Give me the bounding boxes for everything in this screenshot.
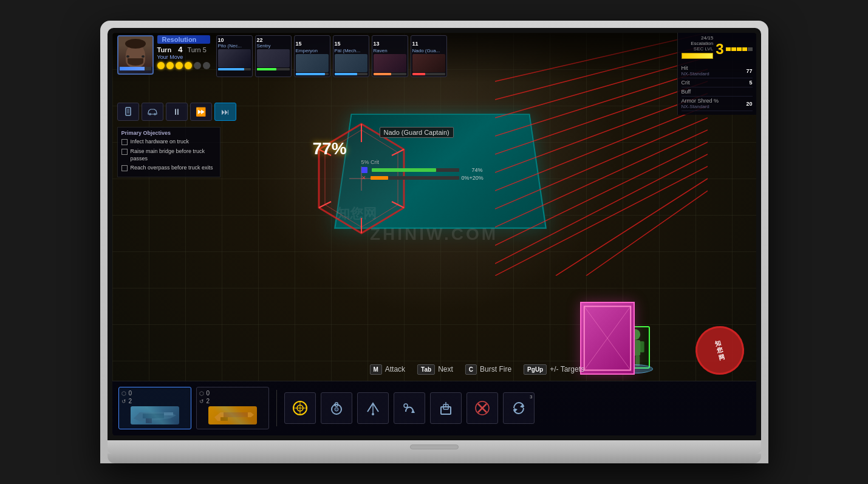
action-target[interactable] — [284, 392, 316, 424]
targets-label: +/- Targets — [550, 365, 584, 373]
ap-dot-6 — [203, 62, 210, 69]
action-aim[interactable] — [357, 392, 389, 424]
squad-portrait-1 — [257, 49, 290, 67]
toolbar-pause-btn[interactable]: ⏸ — [166, 103, 188, 121]
command-targets[interactable]: PgUp +/- Targets — [524, 364, 584, 375]
squad-level-3: 15 — [335, 41, 341, 47]
squad-member-2[interactable]: 15 Emperyon — [294, 35, 330, 77]
divider-1 — [276, 390, 277, 426]
attack-key: M — [369, 364, 381, 375]
svg-rect-27 — [640, 341, 644, 352]
laptop-bottom — [108, 454, 761, 463]
enemy-stats: 5% Crit 74% ✕ — [361, 159, 483, 183]
obj-checkbox-0[interactable] — [121, 139, 128, 145]
escalation-label: 24/15 Escalation — [682, 35, 714, 46]
action-move[interactable] — [394, 392, 425, 424]
obj-text-0: Infect hardware on truck — [131, 138, 190, 146]
svg-rect-38 — [164, 412, 173, 415]
stat-buff: Buff — [682, 89, 753, 97]
squad-portrait-5 — [412, 54, 445, 72]
obj-checkbox-1[interactable] — [121, 149, 128, 155]
weapon-img-smg — [131, 406, 179, 424]
laptop-outer: 77% Nado (Guard Captain) 5% Crit — [100, 21, 768, 463]
weapon-slot-1[interactable]: ⬡ 0 ↺ 2 — [118, 387, 191, 429]
ammo-reserve-2: 2 — [207, 398, 210, 404]
stat-armor-sub: NX-Standard — [682, 104, 719, 109]
objectives-title: Primary Objectives — [121, 130, 216, 136]
toolbar-car-btn[interactable] — [142, 103, 163, 121]
ammo-icon-1: ⬡ — [121, 390, 126, 397]
weapon-slot-2[interactable]: ⬡ 0 ↺ 2 — [196, 387, 269, 429]
svg-rect-39 — [146, 418, 152, 423]
obj-text-1: Raise main bridge before truck passes — [131, 148, 216, 162]
command-next[interactable]: Tab Next — [417, 364, 453, 375]
action-grenade[interactable] — [321, 392, 352, 424]
damage-value: 0%+20% — [462, 175, 483, 181]
action-reload[interactable]: 3 — [503, 392, 535, 424]
svg-point-53 — [404, 404, 408, 407]
squad-name-0: Pito (Nec... — [218, 43, 251, 49]
screen-bezel: 77% Nado (Guard Captain) 5% Crit — [108, 28, 761, 440]
stat-buff-label: Buff — [682, 89, 691, 95]
toolbar-ff-btn[interactable]: ⏩ — [190, 103, 212, 121]
stat-crit-label: Crit — [682, 80, 690, 86]
squad-bar: 10 Pito (Nec... 22 — [216, 35, 751, 77]
sec-pip-5 — [748, 47, 753, 51]
squad-member-0[interactable]: 10 Pito (Nec... — [216, 35, 253, 77]
squad-name-3: Pál (Mech... — [335, 48, 367, 53]
hit-percent: 77% — [313, 139, 347, 158]
game-area: 77% Nado (Guard Captain) 5% Crit — [112, 33, 756, 435]
ammo-icon-2: ⬡ — [199, 390, 204, 397]
laptop-base — [108, 440, 761, 454]
sec-number: 3 — [716, 41, 723, 58]
squad-name-4: Raven — [374, 48, 406, 53]
squad-member-3[interactable]: 15 Pál (Mech... — [333, 35, 369, 77]
ap-dots — [157, 62, 210, 69]
toolbar-phone-btn[interactable] — [117, 103, 139, 121]
stat-hit-value: 77 — [746, 68, 752, 74]
next-label: Next — [438, 365, 453, 373]
stat-hit: Hit NX-Standard 77 — [682, 65, 753, 78]
burst-key: C — [465, 364, 477, 375]
portrait-hp-bar — [120, 67, 151, 70]
burst-label: Burst Fire — [480, 365, 511, 373]
ammo-mag-1: 0 — [129, 390, 132, 397]
obj-text-2: Reach overpass before truck exits — [131, 165, 213, 172]
stat-crit-value: 5 — [749, 80, 752, 86]
ap-dot-5 — [194, 62, 201, 69]
sec-bar-label: SEC LVL — [682, 46, 714, 52]
squad-name-2: Emperyon — [296, 48, 329, 53]
squad-member-5[interactable]: 11 Nado (Gua... — [411, 35, 447, 77]
reserve-icon-1: ↺ — [121, 398, 126, 404]
squad-level-5: 11 — [412, 41, 419, 47]
action-x[interactable] — [466, 392, 498, 424]
command-burst[interactable]: C Burst Fire — [465, 364, 511, 375]
squad-member-4[interactable]: 13 Raven — [372, 35, 408, 77]
stat-hit-label: Hit — [682, 65, 709, 71]
objective-2: Reach overpass before truck exits — [121, 165, 216, 172]
svg-marker-52 — [411, 409, 415, 413]
top-hud: 10 — [112, 33, 756, 81]
objective-0: Infect hardware on truck — [121, 138, 216, 146]
obj-checkbox-2[interactable] — [121, 165, 128, 171]
sec-bar — [682, 53, 714, 59]
ap-dot-4 — [185, 62, 192, 69]
sec-pip-2 — [731, 47, 736, 51]
command-attack[interactable]: M Attack — [369, 364, 405, 375]
enemy-label: Nado (Guard Captain) — [380, 127, 454, 138]
ap-dot-3 — [176, 62, 183, 69]
stamp-text: 知您网 — [714, 339, 725, 361]
svg-point-48 — [335, 407, 338, 411]
squad-name-1: Sentry — [257, 43, 290, 49]
hp-value: 74% — [462, 167, 483, 173]
weapon-img-gun — [208, 406, 257, 424]
squad-member-1[interactable]: 22 Sentry — [255, 35, 292, 77]
targets-key: PgUp — [524, 364, 547, 375]
security-level: 24/15 Escalation SEC LVL 3 — [682, 35, 753, 63]
squad-portrait-3 — [335, 54, 367, 72]
player-info: Resolution Turn 4 Turn 5 Your Move — [157, 35, 210, 69]
toolbar-skip-btn[interactable]: ⏭ — [214, 103, 236, 121]
action-cover[interactable] — [430, 392, 462, 424]
stat-armor-label: Armor Shred % — [682, 98, 719, 104]
command-bar: M Attack Tab Next C Burst Fire PgUp — [369, 364, 584, 375]
